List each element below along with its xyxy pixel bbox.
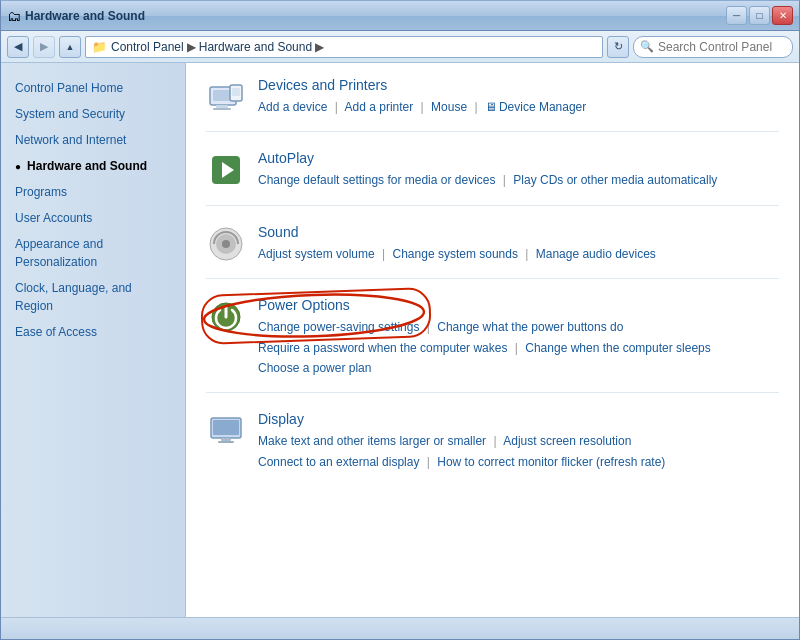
sidebar-item-label: Appearance and Personalization <box>15 235 171 271</box>
mouse-link[interactable]: Mouse <box>431 100 467 114</box>
back-button[interactable]: ◀ <box>7 36 29 58</box>
path-root: Control Panel <box>111 40 184 54</box>
refresh-button[interactable]: ↻ <box>607 36 629 58</box>
display-title[interactable]: Display <box>258 411 779 427</box>
sidebar-item-label: Ease of Access <box>15 323 97 341</box>
change-defaults-link[interactable]: Change default settings for media or dev… <box>258 173 495 187</box>
content-area: Devices and Printers Add a device | Add … <box>186 63 799 617</box>
minimize-button[interactable]: ─ <box>726 6 747 25</box>
addressbar: ◀ ▶ ▲ 📁 Control Panel ▶ Hardware and Sou… <box>1 31 799 63</box>
autoplay-title[interactable]: AutoPlay <box>258 150 779 166</box>
search-icon: 🔍 <box>640 40 654 53</box>
power-title[interactable]: Power Options <box>258 297 779 313</box>
autoplay-content: AutoPlay Change default settings for med… <box>258 150 779 190</box>
devices-content: Devices and Printers Add a device | Add … <box>258 77 779 117</box>
svg-rect-14 <box>213 420 239 435</box>
sidebar: Control Panel Home System and Security N… <box>1 63 186 617</box>
sidebar-item-network-internet[interactable]: Network and Internet <box>1 127 185 153</box>
section-devices-printers: Devices and Printers Add a device | Add … <box>206 77 779 132</box>
power-icon <box>206 297 246 337</box>
titlebar-buttons: ─ □ ✕ <box>726 6 793 25</box>
sidebar-item-label: Hardware and Sound <box>27 157 147 175</box>
devices-links: Add a device | Add a printer | Mouse | 🖥… <box>258 97 779 117</box>
sidebar-item-label: Clock, Language, and Region <box>15 279 171 315</box>
autoplay-links: Change default settings for media or dev… <box>258 170 779 190</box>
choose-power-plan-link[interactable]: Choose a power plan <box>258 361 371 375</box>
sidebar-item-label: Programs <box>15 183 67 201</box>
search-box[interactable]: 🔍 <box>633 36 793 58</box>
svg-point-10 <box>222 240 230 248</box>
window-icon: 🗂 <box>7 8 21 24</box>
svg-rect-5 <box>232 88 240 96</box>
play-cds-link[interactable]: Play CDs or other media automatically <box>513 173 717 187</box>
sidebar-item-programs[interactable]: Programs <box>1 179 185 205</box>
sidebar-item-ease-of-access[interactable]: Ease of Access <box>1 319 185 345</box>
section-power-options: Power Options Change power-saving settin… <box>206 297 779 393</box>
device-manager-link[interactable]: Device Manager <box>499 97 586 117</box>
section-sound: Sound Adjust system volume | Change syst… <box>206 224 779 279</box>
add-device-link[interactable]: Add a device <box>258 100 327 114</box>
display-icon <box>206 411 246 451</box>
power-content: Power Options Change power-saving settin… <box>258 297 779 378</box>
titlebar-left: 🗂 Hardware and Sound <box>7 8 145 24</box>
close-button[interactable]: ✕ <box>772 6 793 25</box>
sound-title[interactable]: Sound <box>258 224 779 240</box>
power-links: Change power-saving settings | Change wh… <box>258 317 779 378</box>
sidebar-item-hardware-sound[interactable]: ● Hardware and Sound <box>1 153 185 179</box>
path-current: Hardware and Sound <box>199 40 312 54</box>
address-bar-path[interactable]: 📁 Control Panel ▶ Hardware and Sound ▶ <box>85 36 603 58</box>
svg-rect-16 <box>218 441 234 443</box>
section-display: Display Make text and other items larger… <box>206 411 779 486</box>
svg-rect-3 <box>213 108 231 110</box>
sidebar-item-label: Control Panel Home <box>15 79 123 97</box>
external-display-link[interactable]: Connect to an external display <box>258 455 419 469</box>
devices-icon <box>206 77 246 117</box>
svg-rect-2 <box>216 105 228 108</box>
main-window: 🗂 Hardware and Sound ─ □ ✕ ◀ ▶ ▲ 📁 Contr… <box>0 0 800 640</box>
change-sounds-link[interactable]: Change system sounds <box>393 247 518 261</box>
titlebar: 🗂 Hardware and Sound ─ □ ✕ <box>1 1 799 31</box>
screen-resolution-link[interactable]: Adjust screen resolution <box>503 434 631 448</box>
change-power-saving-link[interactable]: Change power-saving settings <box>258 320 419 334</box>
up-button[interactable]: ▲ <box>59 36 81 58</box>
power-buttons-link[interactable]: Change what the power buttons do <box>437 320 623 334</box>
sleep-link[interactable]: Change when the computer sleeps <box>525 341 710 355</box>
sidebar-item-appearance[interactable]: Appearance and Personalization <box>1 231 185 275</box>
sidebar-item-user-accounts[interactable]: User Accounts <box>1 205 185 231</box>
main-content: Control Panel Home System and Security N… <box>1 63 799 617</box>
monitor-flicker-link[interactable]: How to correct monitor flicker (refresh … <box>437 455 665 469</box>
sidebar-item-label: System and Security <box>15 105 125 123</box>
text-size-link[interactable]: Make text and other items larger or smal… <box>258 434 486 448</box>
section-autoplay: AutoPlay Change default settings for med… <box>206 150 779 205</box>
active-bullet: ● <box>15 159 21 174</box>
sidebar-item-label: User Accounts <box>15 209 92 227</box>
display-links: Make text and other items larger or smal… <box>258 431 779 472</box>
manage-audio-link[interactable]: Manage audio devices <box>536 247 656 261</box>
adjust-volume-link[interactable]: Adjust system volume <box>258 247 375 261</box>
sound-links: Adjust system volume | Change system sou… <box>258 244 779 264</box>
autoplay-icon <box>206 150 246 190</box>
display-content: Display Make text and other items larger… <box>258 411 779 472</box>
forward-button[interactable]: ▶ <box>33 36 55 58</box>
sound-content: Sound Adjust system volume | Change syst… <box>258 224 779 264</box>
devices-title[interactable]: Devices and Printers <box>258 77 779 93</box>
search-input[interactable] <box>658 40 786 54</box>
sidebar-item-control-panel-home[interactable]: Control Panel Home <box>1 75 185 101</box>
add-printer-link[interactable]: Add a printer <box>345 100 414 114</box>
titlebar-title: Hardware and Sound <box>25 9 145 23</box>
sidebar-item-system-security[interactable]: System and Security <box>1 101 185 127</box>
device-manager-icon: 🖥 <box>485 97 497 117</box>
svg-rect-15 <box>221 438 231 441</box>
sidebar-item-clock[interactable]: Clock, Language, and Region <box>1 275 185 319</box>
sidebar-item-label: Network and Internet <box>15 131 126 149</box>
sound-icon <box>206 224 246 264</box>
maximize-button[interactable]: □ <box>749 6 770 25</box>
require-password-link[interactable]: Require a password when the computer wak… <box>258 341 507 355</box>
statusbar <box>1 617 799 639</box>
